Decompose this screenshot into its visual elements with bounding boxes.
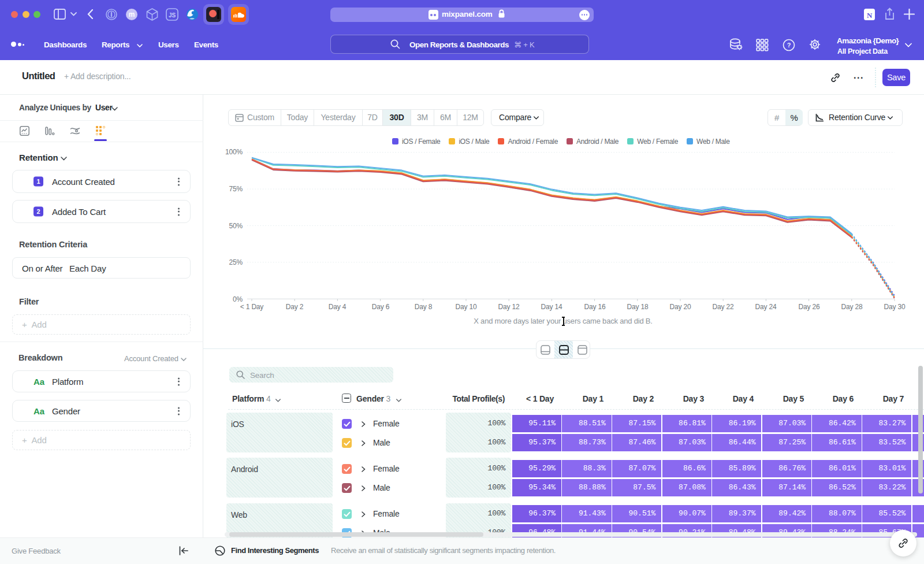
svg-text:N: N [867,11,873,20]
svg-text:?: ? [787,42,791,49]
svg-text:JS: JS [169,12,176,18]
